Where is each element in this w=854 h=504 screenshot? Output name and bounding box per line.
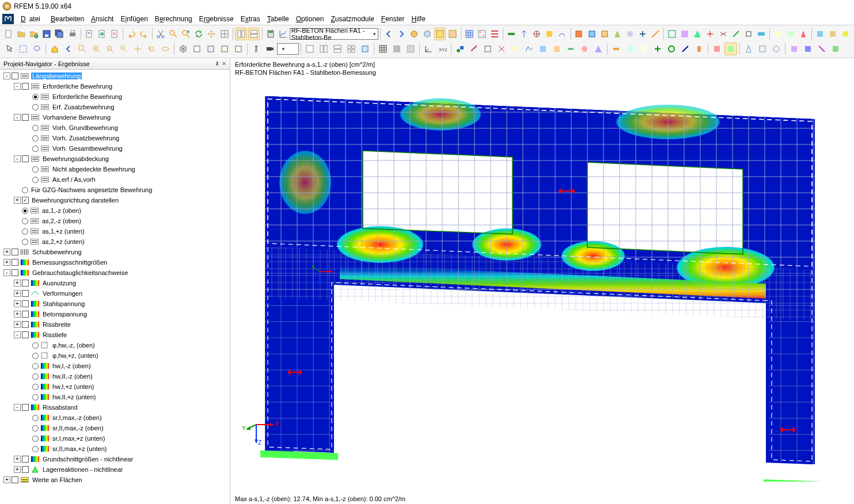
tb2-v2-icon[interactable] bbox=[204, 43, 217, 55]
tree-node[interactable]: +Grundschnittgrößen - nichtlinear bbox=[0, 454, 230, 464]
menu-einfuegen[interactable]: Einfügen bbox=[117, 14, 151, 24]
tb2-s1-icon[interactable] bbox=[610, 43, 623, 55]
sheet-icon[interactable] bbox=[434, 28, 446, 40]
menu-fenster[interactable]: Fenster bbox=[378, 14, 408, 24]
tool20-icon[interactable] bbox=[756, 28, 767, 40]
tb2-layout4-icon[interactable] bbox=[345, 43, 358, 55]
radio[interactable] bbox=[32, 177, 39, 183]
tree-node[interactable]: +Bemessungsschnittgrößen bbox=[0, 257, 230, 268]
tb2-s3-icon[interactable] bbox=[637, 43, 650, 55]
checkbox[interactable] bbox=[12, 269, 18, 276]
tree-node[interactable]: +Ausnutzung bbox=[0, 278, 230, 288]
tb2-s4-icon[interactable] bbox=[651, 43, 664, 55]
tree-node[interactable]: Vorh. Zusatzbewehrung bbox=[0, 133, 230, 143]
doc1-icon[interactable] bbox=[83, 28, 95, 40]
tree-node[interactable]: hw,I,-z (oben) bbox=[0, 361, 230, 371]
expand-icon[interactable]: - bbox=[3, 72, 10, 79]
tree-node[interactable]: -Längsbewehrung bbox=[0, 71, 230, 81]
grid1-icon[interactable] bbox=[464, 28, 475, 40]
tool16-icon[interactable] bbox=[704, 28, 716, 40]
tool26-icon[interactable] bbox=[840, 28, 851, 40]
tree-node[interactable]: -Rissabstand bbox=[0, 402, 230, 413]
radio[interactable] bbox=[32, 104, 39, 110]
tool3-icon[interactable] bbox=[531, 28, 542, 40]
menu-datei[interactable]: Datei bbox=[17, 14, 47, 24]
move-icon[interactable] bbox=[206, 28, 217, 40]
checkbox[interactable] bbox=[12, 249, 18, 255]
doc2-icon[interactable] bbox=[96, 28, 108, 40]
menu-zusatzmodule[interactable]: Zusatzmodule bbox=[327, 14, 377, 24]
tb2-rotate-icon[interactable] bbox=[145, 43, 158, 55]
tb2-p2-icon[interactable] bbox=[756, 43, 769, 55]
checkbox[interactable] bbox=[22, 466, 29, 473]
radio[interactable] bbox=[22, 218, 28, 224]
expand-icon[interactable]: + bbox=[14, 321, 21, 328]
tb2-dragzoom-icon[interactable] bbox=[117, 43, 130, 55]
grid3-icon[interactable] bbox=[489, 28, 500, 40]
tree-node[interactable]: Vorh. Gesamtbewehrung bbox=[0, 143, 230, 154]
doc3-icon[interactable] bbox=[109, 28, 120, 40]
cut-icon[interactable] bbox=[155, 28, 166, 40]
tb2-m5-icon[interactable] bbox=[509, 43, 522, 55]
tool14-icon[interactable] bbox=[679, 28, 690, 40]
radio[interactable] bbox=[32, 446, 39, 452]
tool2-icon[interactable] bbox=[518, 28, 530, 40]
saveall-icon[interactable] bbox=[54, 28, 65, 40]
navigator-tree[interactable]: -Längsbewehrung-Erforderliche BewehrungE… bbox=[0, 70, 230, 504]
tree-node[interactable]: as,1,-z (oben) bbox=[0, 205, 230, 216]
radio[interactable] bbox=[32, 415, 39, 421]
tool21-icon[interactable] bbox=[772, 28, 784, 40]
undo-icon[interactable] bbox=[126, 28, 137, 40]
tb2-m4-icon[interactable] bbox=[495, 43, 508, 55]
next-icon[interactable] bbox=[396, 28, 407, 40]
tree-node[interactable]: sr,I,max,-z (oben) bbox=[0, 413, 230, 423]
tree-node[interactable]: +Werte an Flächen bbox=[0, 475, 230, 485]
tb2-q2-icon[interactable] bbox=[802, 43, 814, 55]
tool6-icon[interactable] bbox=[573, 28, 584, 40]
prev-icon[interactable] bbox=[383, 28, 394, 40]
checkbox[interactable] bbox=[22, 114, 29, 121]
tb2-wire-icon[interactable] bbox=[377, 43, 389, 55]
radio[interactable] bbox=[32, 166, 39, 173]
radio[interactable] bbox=[22, 208, 28, 214]
menu-berechnung[interactable]: Berechnung bbox=[151, 14, 196, 24]
tb2-prev-icon[interactable] bbox=[62, 43, 75, 55]
calc-icon[interactable] bbox=[265, 28, 276, 40]
checkbox[interactable] bbox=[22, 280, 29, 287]
expand-icon[interactable]: + bbox=[14, 311, 21, 318]
save-icon[interactable] bbox=[41, 28, 52, 40]
navigator-header[interactable]: Projekt-Navigator - Ergebnisse ⬇✕ bbox=[0, 58, 230, 70]
opt-icon[interactable] bbox=[218, 28, 230, 40]
nav-pin-icon[interactable]: ⬇ bbox=[215, 60, 219, 67]
tool5-icon[interactable] bbox=[556, 28, 568, 40]
tool4-icon[interactable] bbox=[544, 28, 555, 40]
checkbox[interactable] bbox=[22, 331, 29, 338]
tool10-icon[interactable] bbox=[624, 28, 636, 40]
tree-node[interactable]: +✓Bewehrungsrichtung darstellen bbox=[0, 195, 230, 205]
tool19-icon[interactable] bbox=[743, 28, 754, 40]
tree-node[interactable]: φ,hw,+z, (unten) bbox=[0, 350, 230, 361]
radio[interactable] bbox=[32, 353, 39, 359]
tree-node[interactable]: -Vorhandene Bewehrung bbox=[0, 112, 230, 123]
checkbox[interactable] bbox=[22, 83, 29, 90]
tb2-q4-icon[interactable] bbox=[829, 43, 842, 55]
tool11-icon[interactable] bbox=[637, 28, 648, 40]
expand-icon[interactable]: + bbox=[3, 476, 10, 483]
tb2-iso-icon[interactable] bbox=[177, 43, 189, 55]
checkbox[interactable] bbox=[22, 404, 29, 411]
tool24-icon[interactable] bbox=[814, 28, 826, 40]
tool18-icon[interactable] bbox=[730, 28, 742, 40]
expand-icon[interactable]: + bbox=[14, 290, 21, 297]
expand-icon[interactable]: + bbox=[14, 456, 21, 463]
print-icon[interactable] bbox=[67, 28, 78, 40]
tb2-p1-icon[interactable] bbox=[742, 43, 755, 55]
tool12-icon[interactable] bbox=[650, 28, 661, 40]
tb2-q1-icon[interactable] bbox=[788, 43, 800, 55]
tb2-walk-icon[interactable] bbox=[250, 43, 263, 55]
tree-node[interactable]: Erf. Zusatzbewehrung bbox=[0, 102, 230, 112]
tree-node[interactable]: Vorh. Grundbewehrung bbox=[0, 123, 230, 133]
layout2-icon[interactable] bbox=[248, 28, 260, 40]
tree-node[interactable]: φ,hw,-z, (oben) bbox=[0, 340, 230, 350]
tb2-v1-icon[interactable] bbox=[191, 43, 203, 55]
tb2-zoomwin-icon[interactable] bbox=[76, 43, 89, 55]
